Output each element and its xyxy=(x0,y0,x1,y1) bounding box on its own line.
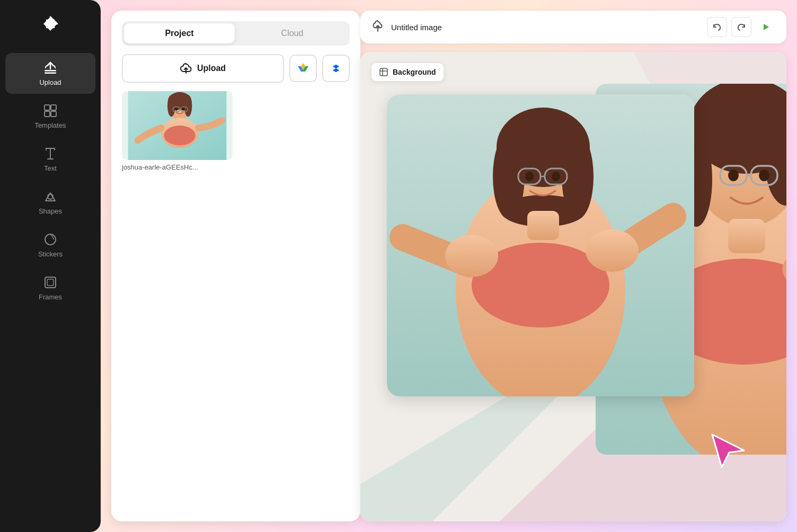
canvas[interactable]: Background xyxy=(360,52,786,521)
app-logo: ✂ xyxy=(37,11,64,37)
dropbox-button[interactable] xyxy=(322,55,350,82)
sidebar-item-text[interactable]: Text xyxy=(5,139,95,180)
top-bar: Untitled image xyxy=(360,11,786,43)
svg-point-50 xyxy=(586,229,639,272)
upload-to-cloud-icon[interactable] xyxy=(371,19,385,35)
shapes-icon xyxy=(43,189,58,204)
svg-point-11 xyxy=(45,234,56,245)
tab-cloud-label: Cloud xyxy=(281,29,304,38)
svg-rect-4 xyxy=(45,105,50,110)
cursor-arrow xyxy=(707,429,749,474)
sidebar-item-stickers-label: Stickers xyxy=(38,250,63,258)
svg-point-62 xyxy=(728,170,739,181)
google-drive-button[interactable] xyxy=(289,55,317,82)
sidebar-item-shapes-label: Shapes xyxy=(39,207,62,215)
svg-rect-5 xyxy=(51,105,56,110)
undo-button[interactable] xyxy=(707,17,727,37)
text-icon xyxy=(43,146,58,161)
svg-rect-58 xyxy=(728,219,765,253)
svg-point-63 xyxy=(759,170,769,181)
image-filename: joshua-earle-aGEEsHc... xyxy=(122,163,233,171)
tab-cloud[interactable]: Cloud xyxy=(237,23,348,43)
sidebar-item-stickers[interactable]: Stickers xyxy=(5,225,95,265)
svg-point-47 xyxy=(552,172,560,181)
stickers-icon xyxy=(43,232,58,247)
redo-button[interactable] xyxy=(731,17,751,37)
background-chip[interactable]: Background xyxy=(371,63,444,82)
tab-project-label: Project xyxy=(165,29,193,38)
upload-icon xyxy=(43,60,58,75)
svg-point-18 xyxy=(184,95,192,117)
svg-rect-31 xyxy=(380,68,387,76)
svg-rect-3 xyxy=(45,73,56,74)
svg-text:✂: ✂ xyxy=(47,19,55,28)
file-title: Untitled image xyxy=(391,23,442,32)
top-bar-left: Untitled image xyxy=(371,19,442,35)
sidebar-item-templates[interactable]: Templates xyxy=(5,96,95,137)
svg-rect-2 xyxy=(45,70,56,72)
sidebar-item-upload-label: Upload xyxy=(39,78,61,86)
sidebar-item-upload[interactable]: Upload xyxy=(5,53,95,94)
export-button[interactable] xyxy=(756,17,776,37)
sidebar: ✂ Upload xyxy=(0,0,101,532)
app-container: ✂ Upload xyxy=(0,0,797,532)
image-grid: joshua-earle-aGEEsHc... xyxy=(122,91,350,171)
upload-panel: Project Cloud Upload xyxy=(111,11,360,521)
tab-project[interactable]: Project xyxy=(124,23,235,43)
list-item[interactable]: joshua-earle-aGEEsHc... xyxy=(122,91,233,171)
svg-point-23 xyxy=(182,107,185,111)
svg-point-17 xyxy=(167,95,175,117)
top-bar-actions xyxy=(707,17,776,37)
svg-point-48 xyxy=(526,173,533,180)
svg-rect-42 xyxy=(527,211,559,240)
sidebar-item-shapes[interactable]: Shapes xyxy=(5,182,95,223)
templates-icon xyxy=(43,103,58,118)
sidebar-item-frames-label: Frames xyxy=(39,293,62,301)
svg-point-21 xyxy=(164,126,195,145)
upload-button[interactable]: Upload xyxy=(122,54,284,83)
image-thumbnail xyxy=(122,91,233,160)
sidebar-item-text-label: Text xyxy=(44,164,57,172)
panel-tabs: Project Cloud xyxy=(122,21,350,46)
svg-rect-13 xyxy=(47,279,54,286)
svg-rect-12 xyxy=(45,277,56,288)
upload-button-label: Upload xyxy=(197,64,226,73)
background-chip-label: Background xyxy=(393,68,436,76)
nav-items: Upload Templates xyxy=(0,53,101,311)
sidebar-item-templates-label: Templates xyxy=(34,121,66,129)
sidebar-item-frames[interactable]: Frames xyxy=(5,268,95,308)
upload-row: Upload xyxy=(122,54,350,83)
svg-rect-7 xyxy=(51,111,56,117)
canvas-area: Untitled image xyxy=(360,0,797,532)
svg-point-22 xyxy=(175,107,178,111)
frames-icon xyxy=(43,275,58,290)
svg-point-49 xyxy=(445,235,498,277)
foreground-image-card[interactable] xyxy=(387,94,694,396)
svg-rect-6 xyxy=(45,111,50,117)
